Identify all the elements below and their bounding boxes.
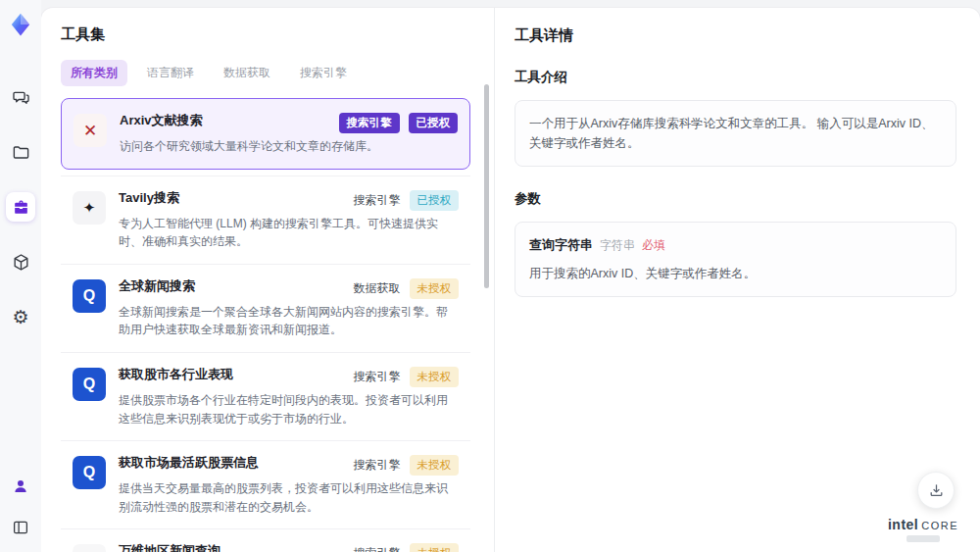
intel-word: intel — [888, 517, 918, 532]
tool-auth-badge: 未授权 — [410, 278, 460, 299]
toolbox-icon[interactable] — [6, 192, 35, 222]
tool-description: 全球新闻搜索是一个聚合全球各大新闻网站内容的搜索引擎。帮助用户快速获取全球最新资… — [119, 303, 459, 339]
tab-language-translation[interactable]: 语言翻译 — [137, 60, 204, 86]
app-logo — [8, 12, 33, 37]
gear-icon[interactable]: ⚙ — [6, 302, 35, 331]
tool-category-label: 搜索引擎 — [354, 545, 401, 552]
tool-category-label: 搜索引擎 — [354, 457, 401, 474]
tool-category-label: 搜索引擎 — [354, 192, 401, 209]
tool-card[interactable]: ✦ Tavily搜索 搜索引擎 已授权 专为人工智能代理 (LLM) 构建的搜索… — [61, 176, 470, 264]
tool-auth-badge: 未授权 — [410, 543, 460, 552]
tool-auth-badge: 未授权 — [410, 367, 460, 387]
cube-icon[interactable] — [6, 247, 35, 276]
tool-tags: 搜索引擎 未授权 — [354, 543, 460, 552]
tool-description: 访问各个研究领域大量科学论文和文章的存储库。 — [120, 137, 458, 156]
tab-search-engine[interactable]: 搜索引擎 — [290, 60, 357, 86]
tool-tags: 搜索引擎 未授权 — [354, 455, 460, 476]
param-name: 查询字符串 — [529, 237, 593, 252]
newsq-icon: Q — [73, 368, 106, 401]
tool-name: 获取市场最活跃股票信息 — [119, 454, 259, 472]
category-tabs: 所有类别 语言翻译 数据获取 搜索引擎 — [61, 60, 474, 86]
tool-description: 提供股票市场各个行业在特定时间段内的表现。投资者可以利用这些信息来识别表现优于或… — [119, 391, 459, 427]
tool-detail-panel: 工具详情 工具介绍 一个用于从Arxiv存储库搜索科学论文和文章的工具。 输入可… — [495, 8, 980, 552]
tool-category-label: 搜索引擎 — [354, 369, 401, 385]
tool-auth-badge: 已授权 — [410, 190, 460, 211]
tool-list: ✕ Arxiv文献搜索 搜索引擎 已授权 访问各个研究领域大量科学论文和文章的存… — [61, 98, 470, 552]
newsq-icon: Q — [73, 456, 106, 489]
tool-name: Arxiv文献搜索 — [120, 112, 203, 129]
intro-heading: 工具介绍 — [514, 69, 956, 86]
tool-card-body: 万维地区新闻查询 搜索引擎 未授权 查询具体行政区划内的新闻，快速了解各地新闻动 — [119, 542, 459, 552]
tool-card[interactable]: Q 获取股市各行业表现 搜索引擎 未授权 提供股票市场各个行业在特定时间段内的表… — [61, 352, 470, 440]
param-desc: 用于搜索的Arxiv ID、关键字或作者姓名。 — [529, 264, 942, 283]
param-header: 查询字符串字符串必填 — [529, 235, 942, 256]
tool-card[interactable]: Q 全球新闻搜索 数据获取 未授权 全球新闻搜索是一个聚合全球各大新闻网站内容的… — [61, 264, 470, 352]
tool-category-label: 搜索引擎 — [339, 113, 400, 133]
newsq-icon: Q — [73, 279, 106, 313]
tool-description: 提供当天交易量最高的股票列表，投资者可以利用这些信息来识别流动性强的股票和潜在的… — [119, 479, 459, 516]
tool-card-body: 获取市场最活跃股票信息 搜索引擎 未授权 提供当天交易量最高的股票列表，投资者可… — [119, 454, 459, 516]
core-word: CORE — [921, 520, 958, 531]
star-icon: ✦ — [73, 191, 106, 225]
intel-core-badge: intel CORE — [888, 517, 958, 542]
rail-bottom — [6, 472, 35, 542]
intel-sub-badge — [906, 535, 940, 542]
content-card: 工具集 所有类别 语言翻译 数据获取 搜索引擎 ✕ Arxiv文献搜索 搜索引擎… — [41, 8, 980, 552]
tool-card[interactable]: ▤ 万维地区新闻查询 搜索引擎 未授权 查询具体行政区划内的新闻，快速了解各地新… — [61, 528, 470, 552]
page-title: 工具集 — [61, 25, 474, 44]
detail-title: 工具详情 — [514, 26, 956, 45]
tool-tags: 数据获取 未授权 — [354, 278, 460, 299]
download-icon — [928, 482, 945, 499]
folder-icon[interactable] — [6, 137, 35, 167]
tab-all-categories[interactable]: 所有类别 — [61, 60, 127, 86]
tool-category-label: 数据获取 — [354, 280, 401, 297]
scrollbar[interactable] — [484, 84, 489, 288]
tool-card-body: Arxiv文献搜索 搜索引擎 已授权 访问各个研究领域大量科学论文和文章的存储库… — [120, 112, 458, 156]
tool-tags: 搜索引擎 已授权 — [339, 113, 459, 133]
tool-tags: 搜索引擎 未授权 — [354, 367, 460, 387]
chat-icon[interactable] — [6, 82, 35, 112]
tool-name: Tavily搜索 — [119, 189, 179, 207]
tool-card-body: 全球新闻搜索 数据获取 未授权 全球新闻搜索是一个聚合全球各大新闻网站内容的搜索… — [119, 277, 459, 339]
tool-auth-badge: 未授权 — [410, 455, 460, 476]
rail-nav-items: ⚙ — [6, 82, 35, 331]
tool-name: 获取股市各行业表现 — [119, 366, 233, 383]
download-button[interactable] — [917, 472, 955, 509]
tool-description: 专为人工智能代理 (LLM) 构建的搜索引擎工具。可快速提供实时、准确和真实的结… — [119, 215, 459, 251]
params-heading: 参数 — [514, 190, 956, 208]
tool-tags: 搜索引擎 已授权 — [354, 190, 460, 211]
user-icon[interactable] — [6, 472, 35, 501]
app-window: ⚙ 工具集 所有类别 语言翻译 数据 — [0, 0, 980, 552]
intel-core-logo: intel CORE — [888, 517, 958, 532]
intro-box: 一个用于从Arxiv存储库搜索科学论文和文章的工具。 输入可以是Arxiv ID… — [514, 100, 956, 167]
tab-data-acquisition[interactable]: 数据获取 — [214, 60, 280, 86]
intro-text: 一个用于从Arxiv存储库搜索科学论文和文章的工具。 输入可以是Arxiv ID… — [529, 117, 934, 150]
tool-name: 全球新闻搜索 — [119, 277, 195, 295]
tool-list-panel: 工具集 所有类别 语言翻译 数据获取 搜索引擎 ✕ Arxiv文献搜索 搜索引擎… — [41, 8, 495, 552]
tool-name: 万维地区新闻查询 — [119, 542, 220, 552]
tool-card[interactable]: Q 获取市场最活跃股票信息 搜索引擎 未授权 提供当天交易量最高的股票列表，投资… — [61, 440, 470, 528]
param-required-badge: 必填 — [642, 238, 665, 252]
tool-card-body: Tavily搜索 搜索引擎 已授权 专为人工智能代理 (LLM) 构建的搜索引擎… — [119, 189, 459, 251]
arxiv-icon: ✕ — [74, 114, 107, 147]
tool-card-body: 获取股市各行业表现 搜索引擎 未授权 提供股票市场各个行业在特定时间段内的表现。… — [119, 366, 459, 427]
tool-auth-badge: 已授权 — [409, 113, 459, 133]
panel-toggle-icon[interactable] — [6, 513, 35, 542]
nav-rail: ⚙ — [0, 0, 41, 552]
param-box: 查询字符串字符串必填 用于搜索的Arxiv ID、关键字或作者姓名。 — [514, 222, 956, 297]
tool-card[interactable]: ✕ Arxiv文献搜索 搜索引擎 已授权 访问各个研究领域大量科学论文和文章的存… — [61, 98, 470, 170]
param-type: 字符串 — [600, 238, 635, 252]
building-icon: ▤ — [73, 544, 106, 552]
